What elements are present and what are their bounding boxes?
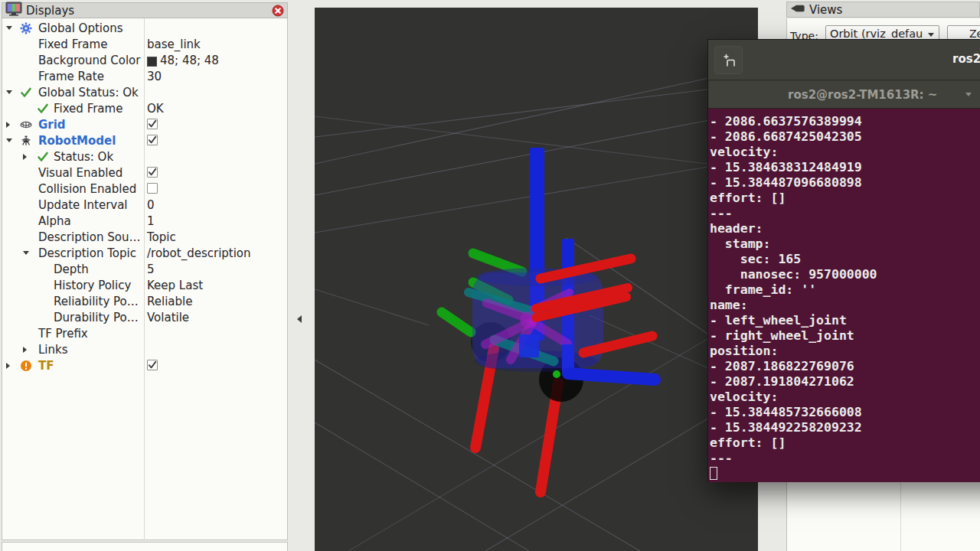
displays-panel: Displays Global OptionsFixed Framebase_l…: [2, 2, 288, 551]
panel-collapse-arrow-icon[interactable]: [297, 315, 302, 323]
terminal-line: ---: [710, 451, 877, 466]
new-tab-button[interactable]: [714, 46, 743, 74]
display-row-description-topic[interactable]: Description Topic/robot_description: [2, 246, 287, 262]
display-row-global-options[interactable]: Global Options: [2, 21, 287, 37]
terminal-line: position:: [710, 344, 877, 359]
row-label: Links: [38, 343, 68, 357]
row-label: Global Options: [38, 21, 123, 35]
display-row-reliability-po[interactable]: Reliability Po…Reliable: [2, 294, 287, 310]
row-checkbox[interactable]: [147, 183, 158, 194]
display-row-frame-rate[interactable]: Frame Rate30: [2, 69, 287, 85]
row-label: Status: Ok: [54, 150, 113, 164]
terminal-line: - 2087.186822769076: [710, 359, 877, 374]
views-panel-title: Views: [809, 3, 842, 17]
terminal-line: - 15.384638312484919: [710, 160, 877, 175]
row-label: Grid: [38, 118, 66, 132]
terminal-window-title: ros2@: [952, 52, 980, 66]
row-value[interactable]: OK: [147, 102, 164, 116]
chevron-down-icon: [928, 33, 934, 37]
display-row-durability-po[interactable]: Durability Po…Volatile: [2, 310, 287, 326]
row-label: Frame Rate: [38, 70, 104, 83]
row-label: Reliability Po…: [54, 295, 139, 308]
tf-axis-z-wheel: [568, 373, 655, 380]
close-icon[interactable]: [272, 5, 284, 17]
terminal-titlebar[interactable]: ros2@: [708, 40, 980, 80]
row-value[interactable]: /robot_description: [147, 246, 251, 260]
expander-right-icon[interactable]: [6, 363, 10, 369]
row-label: Background Color: [38, 54, 140, 67]
display-row-tf[interactable]: TF: [2, 358, 287, 374]
display-row-collision-enabled[interactable]: Collision Enabled: [2, 181, 287, 197]
display-row-history-policy[interactable]: History PolicyKeep Last: [2, 278, 287, 294]
row-checkbox[interactable]: [147, 360, 158, 370]
display-row-fixed-frame[interactable]: Fixed FrameOK: [2, 101, 287, 117]
row-label: RobotModel: [38, 134, 116, 148]
terminal-line: - 2086.6637576389994: [710, 114, 877, 129]
row-label: Visual Enabled: [38, 166, 122, 180]
row-value[interactable]: Keep Last: [147, 279, 203, 292]
terminal-line: stamp:: [710, 236, 877, 252]
display-row-alpha[interactable]: Alpha1: [2, 214, 287, 230]
terminal-line: - 2086.6687425042305: [710, 129, 877, 145]
terminal-tab[interactable]: ros2@ros2-TM1613R: ~: [709, 81, 980, 108]
terminal-line: - 2087.191804271062: [710, 374, 877, 390]
terminal-line: - 15.384485732666008: [710, 405, 877, 420]
expander-down-icon[interactable]: [6, 139, 12, 142]
check-icon: [37, 103, 49, 115]
display-row-robotmodel[interactable]: RobotModel: [2, 133, 287, 149]
display-row-depth[interactable]: Depth5: [2, 262, 287, 278]
displays-column-splitter[interactable]: [144, 18, 145, 540]
display-row-tf-prefix[interactable]: TF Prefix: [2, 326, 287, 342]
row-value[interactable]: 0: [147, 198, 155, 212]
display-row-links[interactable]: Links: [2, 342, 287, 358]
row-value[interactable]: 5: [147, 262, 155, 276]
row-checkbox[interactable]: [147, 119, 158, 129]
display-row-visual-enabled[interactable]: Visual Enabled: [2, 165, 287, 181]
terminal-line: - left_wheel_joint: [710, 313, 877, 328]
row-label: Durability Po…: [54, 311, 139, 324]
display-row-global-status-ok[interactable]: Global Status: Ok: [2, 85, 287, 101]
views-panel-header[interactable]: Views: [786, 2, 980, 18]
tab-menu-chevron-icon[interactable]: [965, 93, 972, 96]
display-row-background-color[interactable]: Background Color48; 48; 48: [2, 53, 287, 69]
display-row-fixed-frame[interactable]: Fixed Framebase_link: [2, 37, 287, 53]
row-label: Collision Enabled: [38, 182, 136, 196]
expander-down-icon[interactable]: [6, 90, 12, 94]
row-checkbox[interactable]: [147, 167, 158, 178]
row-value[interactable]: 48; 48; 48: [147, 54, 219, 67]
row-label: Update Interval: [38, 198, 128, 212]
rviz-window: Displays Global OptionsFixed Framebase_l…: [0, 0, 980, 551]
display-row-grid[interactable]: Grid: [2, 117, 287, 133]
row-value[interactable]: Reliable: [147, 295, 192, 308]
row-value[interactable]: base_link: [147, 37, 201, 51]
row-value[interactable]: 1: [147, 214, 155, 228]
display-row-update-interval[interactable]: Update Interval0: [2, 197, 287, 214]
expander-right-icon[interactable]: [23, 154, 27, 160]
row-label: Description Topic: [38, 246, 136, 260]
color-swatch: [147, 57, 157, 67]
displays-icon: [5, 2, 22, 19]
check-icon: [37, 151, 49, 163]
terminal-screen[interactable]: - 2086.6637576389994- 2086.6687425042305…: [708, 109, 980, 482]
terminal-cursor: [710, 467, 717, 480]
expander-down-icon[interactable]: [23, 251, 29, 255]
expander-right-icon[interactable]: [23, 347, 27, 353]
terminal-tabbar: ros2@ros2-TM1613R: ~: [708, 80, 980, 109]
row-label: Depth: [54, 262, 89, 276]
row-value[interactable]: Volatile: [147, 311, 189, 324]
row-checkbox[interactable]: [147, 135, 158, 145]
displays-panel-header[interactable]: Displays: [2, 2, 288, 18]
views-column-splitter[interactable]: [900, 482, 901, 551]
terminal-line: - right_wheel_joint: [710, 328, 877, 344]
terminal-line: frame_id: '': [710, 282, 877, 298]
displays-tree: Global OptionsFixed Framebase_linkBackgr…: [2, 18, 288, 540]
warn-icon: [20, 360, 32, 372]
grid-icon: [20, 119, 32, 131]
display-row-status-ok[interactable]: Status: Ok: [2, 149, 287, 165]
expander-right-icon[interactable]: [6, 122, 10, 128]
display-row-description-sou[interactable]: Description Sou…Topic: [2, 230, 287, 246]
row-value[interactable]: 30: [147, 70, 162, 83]
row-value[interactable]: Topic: [147, 230, 176, 244]
render-viewport[interactable]: [315, 8, 758, 551]
expander-down-icon[interactable]: [6, 26, 12, 30]
